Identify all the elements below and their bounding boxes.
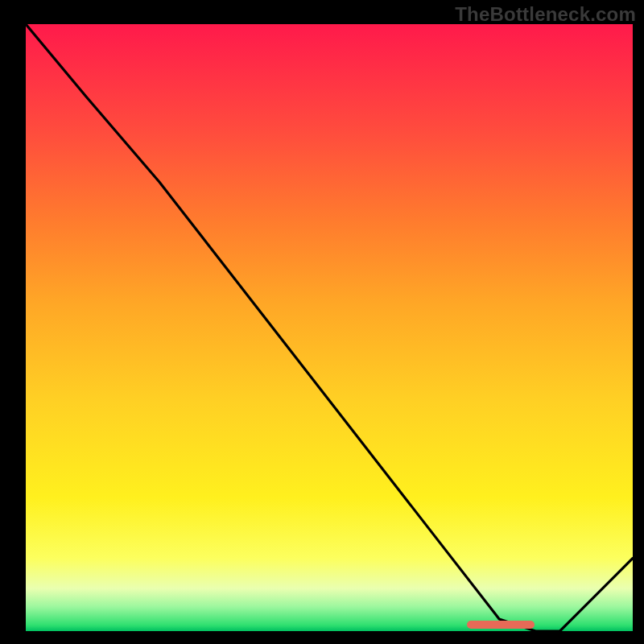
plot-area (26, 24, 633, 631)
chart-frame: TheBottleneck.com (0, 0, 644, 644)
curve-line (26, 24, 633, 631)
watermark-text: TheBottleneck.com (455, 3, 636, 26)
highlight-marker (467, 621, 535, 629)
curve-path (26, 24, 633, 631)
